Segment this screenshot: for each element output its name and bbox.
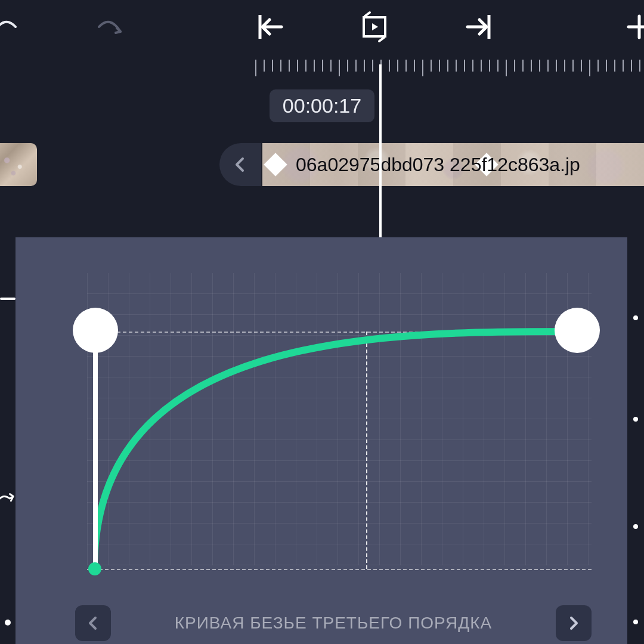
minus-icon[interactable] bbox=[0, 291, 16, 306]
playhead[interactable] bbox=[379, 64, 382, 237]
preset-next-button[interactable] bbox=[556, 605, 592, 641]
bezier-curve bbox=[93, 320, 582, 576]
dot-icon[interactable] bbox=[0, 619, 16, 626]
handle-start[interactable] bbox=[73, 308, 118, 353]
add-button[interactable] bbox=[623, 10, 644, 44]
timecode-row: 00:00:17 bbox=[0, 89, 644, 125]
handle-line-left[interactable] bbox=[93, 332, 98, 569]
curve-preset-icon[interactable] bbox=[0, 488, 16, 512]
curve-preset-nav: КРИВАЯ БЕЗЬЕ ТРЕТЬЕГО ПОРЯДКА bbox=[75, 602, 592, 644]
svg-point-9 bbox=[633, 524, 638, 529]
clip-thumbnail[interactable] bbox=[0, 143, 37, 186]
undo-button[interactable] bbox=[0, 10, 21, 44]
curve-editor-panel: КРИВАЯ БЕЗЬЕ ТРЕТЬЕГО ПОРЯДКА bbox=[0, 237, 644, 644]
right-tool-strip bbox=[627, 237, 644, 644]
dot-icon[interactable] bbox=[627, 416, 644, 422]
clip-track[interactable]: 06a02975dbd073 225f12c863a.jp bbox=[0, 143, 644, 186]
clip-filename-label: 06a02975dbd073 225f12c863a.jp bbox=[262, 154, 580, 176]
clip-strip[interactable]: 06a02975dbd073 225f12c863a.jp bbox=[262, 143, 644, 186]
left-tool-strip bbox=[0, 237, 16, 644]
timecode-badge: 00:00:17 bbox=[270, 89, 374, 122]
svg-point-6 bbox=[5, 620, 11, 626]
dot-icon[interactable] bbox=[627, 524, 644, 530]
svg-point-7 bbox=[633, 315, 638, 320]
svg-point-8 bbox=[633, 417, 638, 422]
svg-point-10 bbox=[633, 620, 638, 624]
handle-end[interactable] bbox=[555, 308, 600, 353]
goto-start-button[interactable] bbox=[253, 10, 286, 44]
goto-end-button[interactable] bbox=[463, 10, 496, 44]
prev-clip-button[interactable] bbox=[219, 143, 261, 186]
dot-icon[interactable] bbox=[627, 315, 644, 321]
preset-prev-button[interactable] bbox=[75, 605, 111, 641]
redo-button[interactable] bbox=[93, 10, 126, 44]
timeline-ruler[interactable] bbox=[0, 60, 644, 83]
curve-start-point[interactable] bbox=[88, 562, 101, 575]
play-loop-button[interactable] bbox=[358, 10, 391, 44]
curve-preset-label: КРИВАЯ БЕЗЬЕ ТРЕТЬЕГО ПОРЯДКА bbox=[175, 614, 493, 633]
curve-canvas[interactable]: КРИВАЯ БЕЗЬЕ ТРЕТЬЕГО ПОРЯДКА bbox=[16, 237, 627, 644]
top-toolbar bbox=[0, 0, 644, 54]
dot-icon[interactable] bbox=[627, 619, 644, 625]
